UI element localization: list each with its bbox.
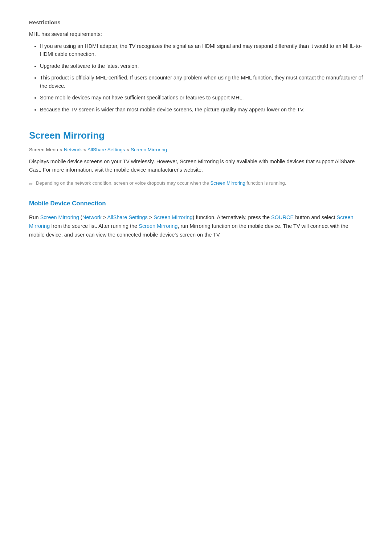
- note-box: Depending on the network condition, scre…: [29, 180, 363, 188]
- note-screen-mirroring-link[interactable]: Screen Mirroring: [211, 180, 245, 186]
- breadcrumb-separator-3: >: [127, 147, 130, 154]
- breadcrumb-screen-mirroring-link[interactable]: Screen Mirroring: [131, 146, 167, 154]
- screen-mirroring-path-link[interactable]: Screen Mirroring: [154, 214, 192, 220]
- mobile-device-connection-title: Mobile Device Connection: [29, 199, 363, 208]
- restrictions-title: Restrictions: [29, 18, 363, 26]
- breadcrumb-separator-1: >: [60, 147, 62, 154]
- restrictions-list: If you are using an HDMI adapter, the TV…: [40, 42, 363, 114]
- list-item: Some mobile devices may not have suffici…: [40, 94, 363, 102]
- allshare-settings-link[interactable]: AllShare Settings: [107, 214, 148, 220]
- restrictions-intro: MHL has several requirements:: [29, 30, 363, 38]
- screen-mirroring-section: Screen Mirroring Screen Menu > Network >…: [29, 128, 363, 188]
- network-link[interactable]: Network: [82, 214, 102, 220]
- breadcrumb: Screen Menu > Network > AllShare Setting…: [29, 146, 363, 154]
- mobile-device-connection-section: Mobile Device Connection Run Screen Mirr…: [29, 199, 363, 239]
- note-text: Depending on the network condition, scre…: [36, 180, 286, 187]
- restrictions-section: Restrictions MHL has several requirement…: [29, 18, 363, 114]
- list-item: If you are using an HDMI adapter, the TV…: [40, 42, 363, 58]
- list-item: Upgrade the software to the latest versi…: [40, 62, 363, 70]
- list-item: Because the TV screen is wider than most…: [40, 106, 363, 114]
- screen-mirroring-description: Displays mobile device screens on your T…: [29, 157, 363, 174]
- breadcrumb-network-link[interactable]: Network: [64, 146, 82, 154]
- screen-mirroring-inline-link[interactable]: Screen Mirroring: [180, 159, 219, 164]
- screen-mirroring-title: Screen Mirroring: [29, 128, 363, 143]
- run-screen-mirroring-link[interactable]: Screen Mirroring: [40, 214, 79, 220]
- source-link[interactable]: SOURCE: [271, 214, 294, 220]
- screen-mirroring-after-link[interactable]: Screen Mirroring: [139, 223, 177, 229]
- pencil-icon: [29, 180, 33, 188]
- breadcrumb-separator-2: >: [83, 147, 86, 154]
- list-item: This product is officially MHL-certified…: [40, 74, 363, 90]
- breadcrumb-part1: Screen Menu: [29, 146, 58, 154]
- breadcrumb-allshare-link[interactable]: AllShare Settings: [87, 146, 125, 154]
- mobile-device-connection-body: Run Screen Mirroring (Network > AllShare…: [29, 213, 363, 239]
